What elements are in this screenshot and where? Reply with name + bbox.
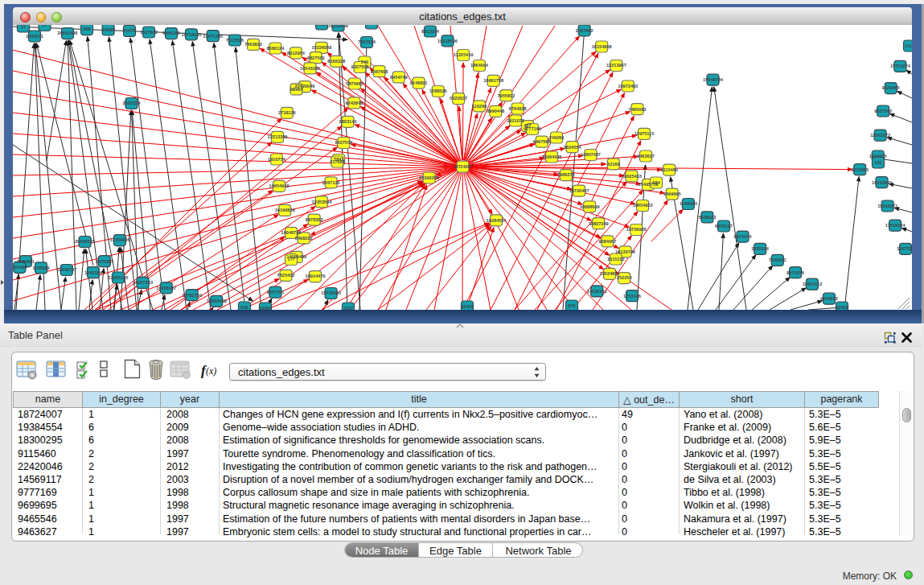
svg-text:9457791: 9457791 [267, 290, 285, 295]
svg-text:1640954: 1640954 [680, 201, 698, 206]
svg-text:252254: 252254 [617, 275, 633, 280]
svg-text:98965: 98965 [290, 87, 303, 92]
svg-text:546: 546 [361, 60, 368, 64]
svg-text:9146821: 9146821 [410, 80, 428, 85]
svg-text:10671385: 10671385 [203, 34, 223, 39]
svg-text:9827500: 9827500 [307, 56, 325, 60]
svg-text:2935114: 2935114 [751, 246, 769, 251]
svg-text:62160: 62160 [607, 162, 620, 167]
svg-text:9327508: 9327508 [351, 64, 369, 69]
svg-text:9329965: 9329965 [882, 85, 900, 90]
svg-text:10025433: 10025433 [622, 174, 642, 179]
svg-text:12353594: 12353594 [311, 200, 332, 204]
svg-text:11: 11 [21, 25, 26, 29]
svg-text:1527602: 1527602 [140, 30, 158, 35]
svg-text:3624554: 3624554 [564, 145, 582, 150]
svg-text:1405571: 1405571 [26, 34, 43, 39]
svg-text:19166829: 19166829 [275, 208, 295, 212]
svg-text:584: 584 [652, 180, 660, 185]
svg-text:208: 208 [83, 27, 90, 31]
svg-text:417008: 417008 [330, 159, 345, 164]
svg-text:16543382: 16543382 [300, 66, 320, 71]
svg-text:2905334: 2905334 [123, 101, 142, 105]
svg-text:9699695: 9699695 [663, 192, 681, 196]
svg-text:6879197: 6879197 [715, 224, 733, 229]
svg-text:876: 876 [568, 303, 575, 308]
svg-text:(x): (x) [206, 365, 216, 377]
svg-text:5938923: 5938923 [699, 215, 717, 220]
svg-text:8660124: 8660124 [267, 46, 285, 51]
svg-text:6794028: 6794028 [509, 106, 527, 111]
svg-text:21070: 21070 [123, 28, 136, 33]
svg-text:10719185: 10719185 [182, 32, 202, 37]
svg-text:8454749: 8454749 [390, 75, 408, 80]
svg-text:177: 177 [287, 257, 294, 262]
svg-text:3215955: 3215955 [851, 167, 869, 172]
svg-text:940: 940 [240, 305, 248, 310]
svg-text:7485083: 7485083 [629, 107, 647, 112]
svg-text:20691406: 20691406 [58, 31, 78, 35]
svg-text:12213967: 12213967 [606, 63, 626, 68]
svg-text:8186328: 8186328 [327, 59, 345, 64]
svg-text:1588520: 1588520 [429, 89, 447, 93]
svg-text:8990448: 8990448 [487, 109, 504, 113]
svg-text:92450: 92450 [836, 305, 848, 310]
svg-text:10756928: 10756928 [626, 227, 647, 232]
svg-text:12975115: 12975115 [634, 131, 655, 136]
svg-text:12923468: 12923468 [207, 299, 227, 303]
svg-text:20206535: 20206535 [75, 239, 95, 244]
svg-text:1621072: 1621072 [507, 118, 524, 123]
svg-text:9975887: 9975887 [96, 259, 113, 264]
svg-text:15226058: 15226058 [311, 45, 331, 50]
svg-text:17: 17 [42, 25, 47, 27]
svg-text:10973493: 10973493 [618, 84, 638, 89]
svg-text:15716485: 15716485 [321, 290, 341, 295]
svg-text:8912954: 8912954 [287, 51, 306, 56]
svg-text:5322037: 5322037 [450, 96, 467, 101]
svg-text:7955812: 7955812 [498, 93, 515, 98]
svg-text:9245652: 9245652 [820, 296, 838, 301]
svg-text:92450: 92450 [461, 304, 474, 309]
svg-text:12942737: 12942737 [56, 267, 76, 272]
svg-text:7515526: 7515526 [226, 38, 244, 43]
svg-text:16120746: 16120746 [615, 249, 635, 254]
svg-text:746266: 746266 [549, 135, 565, 140]
svg-text:25300205: 25300205 [419, 175, 439, 180]
svg-text:16782759: 16782759 [182, 293, 202, 298]
svg-text:15751074: 15751074 [890, 64, 911, 68]
svg-text:9115460: 9115460 [660, 167, 677, 172]
svg-text:8878352: 8878352 [306, 217, 323, 222]
svg-text:16154808: 16154808 [592, 44, 612, 49]
svg-text:9242848: 9242848 [345, 101, 363, 105]
svg-text:2585081: 2585081 [17, 259, 35, 264]
svg-text:1645194: 1645194 [84, 270, 103, 275]
svg-text:1733426: 1733426 [623, 294, 641, 299]
svg-text:20364436: 20364436 [542, 154, 562, 159]
svg-text:16648784: 16648784 [703, 77, 724, 82]
svg-text:10807487: 10807487 [581, 152, 601, 157]
svg-text:16046798: 16046798 [281, 230, 302, 235]
svg-text:18807249: 18807249 [589, 221, 609, 226]
svg-text:10688609: 10688609 [580, 204, 600, 209]
svg-text:1864094: 1864094 [470, 63, 489, 68]
svg-text:8471676: 8471676 [786, 270, 804, 275]
svg-text:1117: 1117 [905, 43, 912, 48]
svg-text:11325419: 11325419 [454, 52, 474, 57]
svg-text:9777169: 9777169 [524, 126, 541, 131]
svg-text:9474444: 9474444 [734, 234, 753, 239]
svg-text:12093572: 12093572 [870, 133, 890, 138]
svg-text:18724007: 18724007 [453, 164, 473, 169]
svg-text:7625402: 7625402 [277, 273, 295, 278]
svg-text:7663822: 7663822 [244, 42, 262, 47]
svg-text:19218506: 19218506 [437, 39, 458, 43]
svg-text:1910754: 1910754 [268, 157, 286, 162]
svg-text:14136141: 14136141 [587, 289, 607, 294]
svg-text:10584: 10584 [259, 306, 272, 310]
svg-text:14937: 14937 [315, 25, 328, 27]
svg-text:7357224: 7357224 [358, 39, 376, 44]
svg-text:1156829: 1156829 [32, 266, 49, 270]
svg-text:9227342: 9227342 [874, 109, 892, 113]
svg-text:6497568: 6497568 [533, 139, 551, 144]
svg-text:8427552: 8427552 [335, 140, 352, 145]
svg-text:17359936: 17359936 [109, 237, 129, 242]
